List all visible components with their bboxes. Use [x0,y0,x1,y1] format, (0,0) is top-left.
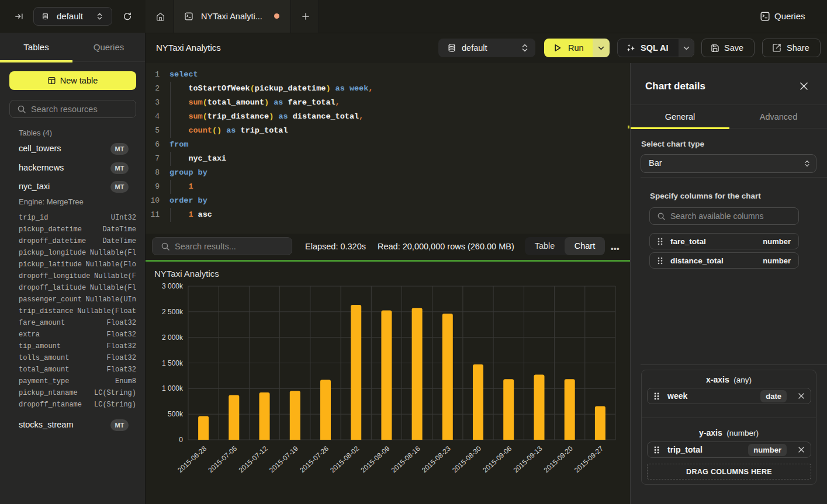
svg-text:0: 0 [179,436,183,444]
svg-text:2015-07-12: 2015-07-12 [237,444,269,475]
svg-text:500k: 500k [168,410,184,418]
svg-text:2015-09-20: 2015-09-20 [542,444,575,475]
svg-text:2 500k: 2 500k [162,308,184,316]
svg-text:2015-09-13: 2015-09-13 [512,444,544,475]
svg-text:2015-07-26: 2015-07-26 [298,444,330,475]
svg-text:NYTaxi Analytics: NYTaxi Analytics [154,269,219,279]
svg-text:2015-08-23: 2015-08-23 [420,444,452,475]
svg-text:1 500k: 1 500k [162,359,184,367]
svg-text:2015-08-16: 2015-08-16 [390,444,422,475]
svg-text:2015-06-28: 2015-06-28 [176,444,208,475]
svg-text:2015-07-05: 2015-07-05 [206,444,238,475]
svg-text:1 000k: 1 000k [162,384,184,392]
svg-text:2015-09-27: 2015-09-27 [573,444,605,475]
svg-text:2015-09-06: 2015-09-06 [481,444,513,475]
svg-text:2015-08-09: 2015-08-09 [359,444,391,475]
svg-text:2015-08-30: 2015-08-30 [451,444,483,475]
svg-text:2 000k: 2 000k [162,333,184,342]
svg-text:3 000k: 3 000k [162,282,184,290]
svg-text:2015-08-02: 2015-08-02 [328,444,361,475]
svg-text:2015-07-19: 2015-07-19 [268,444,300,475]
